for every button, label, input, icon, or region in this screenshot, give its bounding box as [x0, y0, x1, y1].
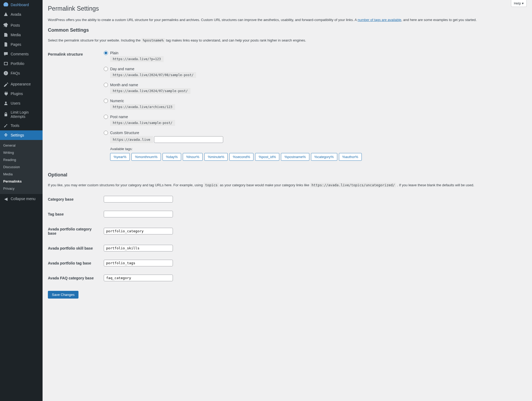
radio-input[interactable]	[104, 131, 108, 135]
svg-point-2	[5, 102, 7, 103]
avada-portfolio-skill-base-input[interactable]	[104, 245, 173, 251]
common-settings-heading: Common Settings	[48, 27, 527, 33]
collapse-label: Collapse menu	[11, 197, 35, 201]
nav-item-tools[interactable]: Tools	[0, 121, 43, 130]
radio-numeric[interactable]: Numeric	[104, 99, 524, 103]
radio-plain[interactable]: Plain	[104, 51, 524, 55]
common-desc: Select the permalink structure for your …	[48, 38, 527, 43]
tag-monthnum[interactable]: %monthnum%	[131, 153, 161, 161]
field-label: Avada portfolio skill base	[48, 241, 101, 256]
nav-item-faqs[interactable]: !FAQs	[0, 68, 43, 78]
field-label: Avada portfolio category base	[48, 222, 101, 241]
nav-sub-writing[interactable]: Writing	[0, 149, 43, 156]
tags-label: Available tags:	[110, 147, 524, 151]
category-base-input[interactable]	[104, 196, 173, 202]
optional-desc: If you like, you may enter custom struct…	[48, 183, 527, 188]
example-url: https://avada.live/2024/07/sample-post/	[110, 88, 190, 94]
nav-item-portfolio[interactable]: Portfolio	[0, 59, 43, 68]
nav-item-appearance[interactable]: Appearance	[0, 79, 43, 89]
nav-item-limit-login-attempts[interactable]: Limit Login Attempts	[0, 108, 43, 121]
radio-day-and-name[interactable]: Day and name	[104, 67, 524, 71]
nav-sub-permalinks[interactable]: Permalinks	[0, 178, 43, 185]
tag-second[interactable]: %second%	[229, 153, 253, 161]
example-url: https://avada.live/2024/07/08/sample-pos…	[110, 72, 196, 78]
settings-icon	[3, 133, 9, 138]
tag-hour[interactable]: %hour%	[183, 153, 203, 161]
nav-item-posts[interactable]: Posts	[0, 20, 43, 30]
example-url: https://avada.live/sample-post/	[110, 120, 175, 126]
nav-item-settings[interactable]: Settings	[0, 130, 43, 140]
nav-label: Plugins	[11, 92, 23, 96]
nav-label: Tools	[11, 123, 19, 128]
pages-icon	[3, 42, 9, 47]
speedometer-icon	[3, 2, 9, 7]
nav-item-avada[interactable]: Avada	[0, 10, 43, 19]
admin-sidebar: DashboardAvadaPostsMediaPagesCommentsPor…	[0, 0, 43, 401]
nav-sub-discussion[interactable]: Discussion	[0, 163, 43, 171]
tools-icon	[3, 123, 9, 128]
nav-label: FAQs	[11, 71, 20, 75]
field-label: Avada FAQ category base	[48, 271, 101, 286]
collapse-menu[interactable]: ◀ Collapse menu	[0, 194, 43, 204]
tag-base-input[interactable]	[104, 211, 173, 217]
nav-sub-general[interactable]: General	[0, 142, 43, 149]
avada-portfolio-tag-base-input[interactable]	[104, 260, 173, 266]
example-url: https://avada.live/?p=123	[110, 56, 164, 62]
nav-item-media[interactable]: Media	[0, 30, 43, 40]
radio-custom-structure[interactable]: Custom Structure	[104, 131, 524, 135]
radio-input[interactable]	[104, 99, 108, 103]
svg-rect-3	[5, 114, 7, 116]
custom-structure-input[interactable]	[154, 136, 223, 143]
nav-label: Comments	[11, 52, 29, 56]
limit-icon	[3, 112, 9, 117]
media-icon	[3, 32, 9, 38]
appearance-icon	[3, 81, 9, 87]
tags-available-link[interactable]: number of tags are available	[358, 18, 401, 22]
radio-month-and-name[interactable]: Month and name	[104, 83, 524, 87]
nav-label: Users	[11, 101, 20, 105]
radio-input[interactable]	[104, 83, 108, 87]
faq-icon: !	[3, 71, 9, 76]
nav-sub-reading[interactable]: Reading	[0, 156, 43, 163]
radio-input[interactable]	[104, 67, 108, 71]
nav-item-dashboard[interactable]: Dashboard	[0, 0, 43, 10]
nav-label: Settings	[11, 133, 24, 137]
nav-sub-privacy[interactable]: Privacy	[0, 185, 43, 192]
avada-portfolio-category-base-input[interactable]	[104, 228, 173, 234]
nav-item-pages[interactable]: Pages	[0, 40, 43, 49]
field-label: Tag base	[48, 207, 101, 222]
nav-item-plugins[interactable]: Plugins	[0, 89, 43, 98]
nav-label: Media	[11, 33, 21, 37]
tag-day[interactable]: %day%	[163, 153, 181, 161]
radio-post-name[interactable]: Post name	[104, 115, 524, 119]
avada-icon	[3, 12, 9, 17]
nav-label: Avada	[11, 12, 21, 16]
help-tab[interactable]: Help ▾	[511, 0, 527, 7]
tag-category[interactable]: %category%	[311, 153, 337, 161]
main-content: Help ▾ Permalink Settings WordPress offe…	[43, 0, 532, 401]
tag-post_id[interactable]: %post_id%	[255, 153, 279, 161]
nav-item-users[interactable]: Users	[0, 98, 43, 108]
tag-year[interactable]: %year%	[110, 153, 130, 161]
page-title: Permalink Settings	[48, 3, 527, 13]
tag-minute[interactable]: %minute%	[204, 153, 228, 161]
users-icon	[3, 101, 9, 106]
collapse-icon: ◀	[3, 196, 9, 201]
nav-item-comments[interactable]: Comments	[0, 49, 43, 59]
example-url: https://avada.live/archives/123	[110, 104, 175, 110]
tag-author[interactable]: %author%	[339, 153, 362, 161]
nav-label: Dashboard	[11, 3, 29, 7]
field-label: Category base	[48, 192, 101, 207]
avada-faq-category-base-input[interactable]	[104, 275, 173, 281]
structure-label: Permalink structure	[48, 47, 101, 167]
radio-input[interactable]	[104, 115, 108, 119]
nav-label: Pages	[11, 42, 21, 47]
tag-postname[interactable]: %postname%	[281, 153, 309, 161]
nav-sub-media[interactable]: Media	[0, 171, 43, 178]
nav-label: Limit Login Attempts	[11, 110, 39, 119]
intro-text: WordPress offers you the ability to crea…	[48, 17, 527, 23]
optional-heading: Optional	[48, 172, 527, 178]
radio-input[interactable]	[104, 51, 108, 55]
save-button[interactable]: Save Changes	[48, 291, 78, 299]
comment-icon	[3, 51, 9, 57]
